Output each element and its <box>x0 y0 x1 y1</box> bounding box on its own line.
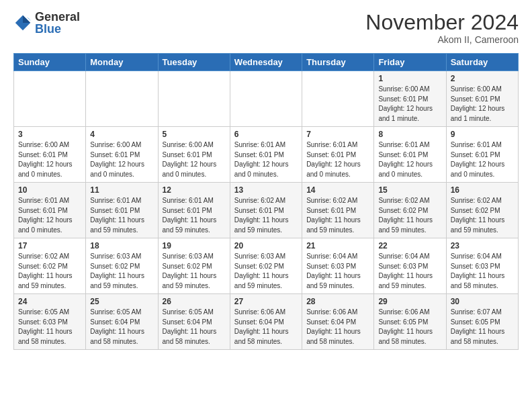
calendar-cell <box>230 71 302 127</box>
day-number: 20 <box>234 241 298 250</box>
day-number: 3 <box>18 130 81 139</box>
calendar-cell: 4Sunrise: 6:00 AM Sunset: 6:01 PM Daylig… <box>86 127 158 183</box>
location: Akom II, Cameroon <box>365 34 519 45</box>
calendar-week-row: 3Sunrise: 6:00 AM Sunset: 6:01 PM Daylig… <box>14 127 519 183</box>
calendar-cell: 9Sunrise: 6:01 AM Sunset: 6:01 PM Daylig… <box>446 127 518 183</box>
logo-text: General Blue <box>35 11 80 35</box>
day-number: 17 <box>18 241 81 250</box>
day-info: Sunrise: 6:00 AM Sunset: 6:01 PM Dayligh… <box>451 85 514 124</box>
calendar-cell: 13Sunrise: 6:02 AM Sunset: 6:01 PM Dayli… <box>230 183 302 238</box>
day-number: 7 <box>306 130 369 139</box>
header: General Blue November 2024 Akom II, Came… <box>13 11 519 45</box>
weekday-header: Thursday <box>302 54 374 71</box>
day-number: 23 <box>451 241 514 250</box>
calendar-cell: 22Sunrise: 6:04 AM Sunset: 6:03 PM Dayli… <box>374 238 446 294</box>
day-number: 6 <box>234 130 298 139</box>
day-info: Sunrise: 6:05 AM Sunset: 6:04 PM Dayligh… <box>90 308 153 347</box>
day-info: Sunrise: 6:02 AM Sunset: 6:02 PM Dayligh… <box>378 196 441 235</box>
day-info: Sunrise: 6:04 AM Sunset: 6:03 PM Dayligh… <box>306 252 369 291</box>
day-info: Sunrise: 6:00 AM Sunset: 6:01 PM Dayligh… <box>378 85 441 124</box>
day-info: Sunrise: 6:00 AM Sunset: 6:01 PM Dayligh… <box>90 140 153 179</box>
calendar-week-row: 24Sunrise: 6:05 AM Sunset: 6:03 PM Dayli… <box>14 294 519 350</box>
day-info: Sunrise: 6:02 AM Sunset: 6:01 PM Dayligh… <box>234 196 298 235</box>
calendar-cell: 7Sunrise: 6:01 AM Sunset: 6:01 PM Daylig… <box>302 127 374 183</box>
weekday-header: Wednesday <box>230 54 302 71</box>
day-info: Sunrise: 6:05 AM Sunset: 6:04 PM Dayligh… <box>163 308 226 347</box>
calendar-cell: 11Sunrise: 6:01 AM Sunset: 6:01 PM Dayli… <box>86 183 158 238</box>
day-info: Sunrise: 6:01 AM Sunset: 6:01 PM Dayligh… <box>234 140 298 179</box>
day-number: 15 <box>378 185 441 195</box>
calendar-body: 1Sunrise: 6:00 AM Sunset: 6:01 PM Daylig… <box>14 71 519 350</box>
day-number: 5 <box>163 130 226 139</box>
calendar-cell: 20Sunrise: 6:03 AM Sunset: 6:02 PM Dayli… <box>230 238 302 294</box>
calendar-table: SundayMondayTuesdayWednesdayThursdayFrid… <box>13 53 519 350</box>
day-number: 29 <box>378 297 441 306</box>
day-number: 16 <box>451 185 514 195</box>
day-info: Sunrise: 6:01 AM Sunset: 6:01 PM Dayligh… <box>163 196 226 235</box>
calendar-cell: 8Sunrise: 6:01 AM Sunset: 6:01 PM Daylig… <box>374 127 446 183</box>
calendar-week-row: 1Sunrise: 6:00 AM Sunset: 6:01 PM Daylig… <box>14 71 519 127</box>
calendar-cell: 27Sunrise: 6:06 AM Sunset: 6:04 PM Dayli… <box>230 294 302 350</box>
day-number: 1 <box>378 74 441 83</box>
day-info: Sunrise: 6:03 AM Sunset: 6:02 PM Dayligh… <box>234 252 298 291</box>
calendar-week-row: 10Sunrise: 6:01 AM Sunset: 6:01 PM Dayli… <box>14 183 519 238</box>
day-number: 14 <box>306 185 369 195</box>
calendar-cell: 17Sunrise: 6:02 AM Sunset: 6:02 PM Dayli… <box>14 238 86 294</box>
calendar-cell: 18Sunrise: 6:03 AM Sunset: 6:02 PM Dayli… <box>86 238 158 294</box>
calendar-cell: 29Sunrise: 6:06 AM Sunset: 6:05 PM Dayli… <box>374 294 446 350</box>
day-info: Sunrise: 6:03 AM Sunset: 6:02 PM Dayligh… <box>163 252 226 291</box>
title-block: November 2024 Akom II, Cameroon <box>365 11 519 45</box>
logo-general: General <box>35 10 80 24</box>
calendar-cell: 15Sunrise: 6:02 AM Sunset: 6:02 PM Dayli… <box>374 183 446 238</box>
day-number: 12 <box>163 185 226 195</box>
day-number: 28 <box>306 297 369 306</box>
calendar-cell: 30Sunrise: 6:07 AM Sunset: 6:05 PM Dayli… <box>446 294 518 350</box>
day-number: 11 <box>90 185 153 195</box>
day-info: Sunrise: 6:02 AM Sunset: 6:02 PM Dayligh… <box>18 252 81 291</box>
day-number: 10 <box>18 185 81 195</box>
day-info: Sunrise: 6:06 AM Sunset: 6:04 PM Dayligh… <box>306 308 369 347</box>
day-number: 8 <box>378 130 441 139</box>
day-number: 2 <box>451 74 514 83</box>
weekday-header: Friday <box>374 54 446 71</box>
calendar-cell: 1Sunrise: 6:00 AM Sunset: 6:01 PM Daylig… <box>374 71 446 127</box>
day-info: Sunrise: 6:05 AM Sunset: 6:03 PM Dayligh… <box>18 308 81 347</box>
day-number: 27 <box>234 297 298 306</box>
day-number: 21 <box>306 241 369 250</box>
calendar-cell <box>14 71 86 127</box>
day-info: Sunrise: 6:04 AM Sunset: 6:03 PM Dayligh… <box>378 252 441 291</box>
day-info: Sunrise: 6:00 AM Sunset: 6:01 PM Dayligh… <box>18 140 81 179</box>
calendar-cell: 26Sunrise: 6:05 AM Sunset: 6:04 PM Dayli… <box>158 294 230 350</box>
calendar-cell: 23Sunrise: 6:04 AM Sunset: 6:03 PM Dayli… <box>446 238 518 294</box>
day-info: Sunrise: 6:00 AM Sunset: 6:01 PM Dayligh… <box>163 140 226 179</box>
calendar-cell: 5Sunrise: 6:00 AM Sunset: 6:01 PM Daylig… <box>158 127 230 183</box>
day-number: 9 <box>451 130 514 139</box>
weekday-header: Tuesday <box>158 54 230 71</box>
day-info: Sunrise: 6:01 AM Sunset: 6:01 PM Dayligh… <box>90 196 153 235</box>
day-number: 18 <box>90 241 153 250</box>
day-info: Sunrise: 6:01 AM Sunset: 6:01 PM Dayligh… <box>306 140 369 179</box>
day-number: 26 <box>163 297 226 306</box>
day-number: 30 <box>451 297 514 306</box>
day-info: Sunrise: 6:06 AM Sunset: 6:04 PM Dayligh… <box>234 308 298 347</box>
calendar-header: SundayMondayTuesdayWednesdayThursdayFrid… <box>14 54 519 71</box>
logo-blue: Blue <box>35 22 61 36</box>
logo: General Blue <box>13 11 80 35</box>
weekday-header-row: SundayMondayTuesdayWednesdayThursdayFrid… <box>14 54 519 71</box>
calendar-cell <box>158 71 230 127</box>
calendar-cell: 28Sunrise: 6:06 AM Sunset: 6:04 PM Dayli… <box>302 294 374 350</box>
day-info: Sunrise: 6:02 AM Sunset: 6:01 PM Dayligh… <box>306 196 369 235</box>
day-info: Sunrise: 6:01 AM Sunset: 6:01 PM Dayligh… <box>378 140 441 179</box>
day-info: Sunrise: 6:07 AM Sunset: 6:05 PM Dayligh… <box>451 308 514 347</box>
calendar-cell: 19Sunrise: 6:03 AM Sunset: 6:02 PM Dayli… <box>158 238 230 294</box>
calendar-cell: 16Sunrise: 6:02 AM Sunset: 6:02 PM Dayli… <box>446 183 518 238</box>
day-number: 22 <box>378 241 441 250</box>
logo-icon <box>13 13 32 32</box>
calendar-cell: 14Sunrise: 6:02 AM Sunset: 6:01 PM Dayli… <box>302 183 374 238</box>
page: General Blue November 2024 Akom II, Came… <box>0 0 532 361</box>
day-number: 19 <box>163 241 226 250</box>
day-number: 13 <box>234 185 298 195</box>
calendar-cell: 10Sunrise: 6:01 AM Sunset: 6:01 PM Dayli… <box>14 183 86 238</box>
day-info: Sunrise: 6:01 AM Sunset: 6:01 PM Dayligh… <box>451 140 514 179</box>
calendar-cell: 24Sunrise: 6:05 AM Sunset: 6:03 PM Dayli… <box>14 294 86 350</box>
